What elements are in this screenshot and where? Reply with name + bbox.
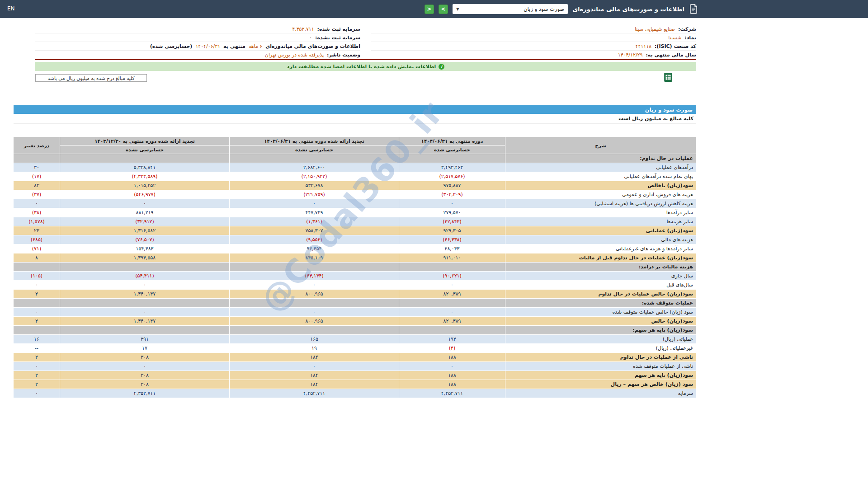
section-label: عملیات در حال تداوم: — [505, 154, 696, 163]
company-info-row: نماد:شسینا — [371, 33, 696, 42]
row-label: سایر درآمدها — [505, 208, 696, 217]
info-label: نماد: — [684, 35, 696, 41]
change-value: (۱,۵۷۸) — [14, 217, 60, 226]
section-label: هزینه مالیات بر درآمد: — [505, 263, 696, 272]
row-label: سایر هزینه‌ها — [505, 217, 696, 226]
nav-arrow-right-button[interactable]: > — [439, 5, 448, 14]
language-toggle[interactable]: EN — [7, 5, 15, 12]
statement-type-dropdown[interactable]: صورت سود و زیان ▼ — [453, 4, 568, 14]
spacer — [14, 124, 696, 136]
period-value: ۱۸۴ — [230, 380, 399, 389]
change-value: ۰ — [14, 281, 60, 290]
period-value: ۴,۳۵۲,۷۱۱ — [60, 389, 230, 398]
change-value: (۳۸۵) — [14, 235, 60, 244]
period-value: ۸۲۰,۳۸۹ — [399, 317, 505, 326]
period-value: ۱,۳۴۰,۱۴۷ — [60, 317, 230, 326]
company-info-section: شرکت:صنایع شیمیایی سینانماد:شسیناکد صنعت… — [35, 25, 696, 60]
company-info-row: سرمایه ثبت شده:۴,۳۵۲,۷۱۱ — [35, 25, 360, 33]
period-value: ۸۰۰,۹۶۵ — [230, 290, 399, 299]
change-value: ۲ — [14, 290, 60, 299]
report-document-icon[interactable] — [689, 4, 698, 14]
section-row: سود(زیان) پایه هر سهم: — [14, 326, 696, 335]
period-value: ۷۵۸,۳۰۷ — [230, 226, 399, 235]
empty-cell — [399, 326, 505, 335]
period-value: ۲,۶۸۴,۶۰۰ — [230, 163, 399, 172]
info-label: کد صنعت (ISIC): — [655, 43, 696, 49]
change-value: ۰ — [14, 362, 60, 371]
period-value: ۸۰۰,۹۶۵ — [230, 317, 399, 326]
row-label: سود(زیان) ناخالص — [505, 181, 696, 190]
info-value: ۱۴۰۴/۱۲/۲۹ — [618, 52, 643, 58]
company-info-row: کد صنعت (ISIC):۴۴۱۱۱۸ — [371, 42, 696, 51]
period-value: ۱,۰۱۵,۲۵۲ — [60, 181, 230, 190]
period-value: (۲۲,۸۴۳) — [399, 217, 505, 226]
period-value: ۳۰۸ — [60, 380, 230, 389]
change-value: ۸۳ — [14, 181, 60, 190]
income-statement-table: شرح دوره منتهی به ۱۴۰۴/۰۶/۳۱ تجدید ارائه… — [13, 136, 696, 398]
info-value: ۴,۳۵۲,۷۱۱ — [292, 26, 314, 32]
header-period2: تجدید ارائه شده دوره منتهی به ۱۴۰۳/۰۶/۳۱ — [230, 137, 399, 145]
info-value: ۴۴۱۱۱۸ — [636, 43, 651, 49]
change-value: ۰ — [14, 199, 60, 208]
section-row: عملیات در حال تداوم: — [14, 154, 696, 163]
period-value: ۸۸۱,۲۱۹ — [60, 208, 230, 217]
table-row: درآمدهای عملیاتی۳,۴۹۳,۴۶۳۲,۶۸۴,۶۰۰۵,۳۳۸,… — [14, 163, 696, 172]
company-info-right-column: شرکت:صنایع شیمیایی سینانماد:شسیناکد صنعت… — [371, 25, 696, 59]
period-value: ۱۸۴ — [230, 353, 399, 362]
empty-cell — [14, 154, 60, 163]
table-row: سود(زیان) عملیاتی۹۲۹,۳۰۵۷۵۸,۳۰۷۱,۳۱۶,۵۸۲… — [14, 226, 696, 235]
period-value: (۵۴,۴۱۱) — [60, 272, 230, 281]
header-period1: دوره منتهی به ۱۴۰۴/۰۶/۳۱ — [399, 137, 505, 145]
info-label: منتهی به — [223, 43, 245, 49]
period-value: ۳,۴۹۳,۴۶۳ — [399, 163, 505, 172]
info-label: اطلاعات و صورت‌های مالی میاندوره‌ای — [265, 43, 360, 49]
change-value: ۸ — [14, 253, 60, 263]
period-value: (۴۶,۳۳۸) — [399, 235, 505, 244]
table-row: هزینه های مالی(۴۶,۳۳۸)(۹,۵۵۲)(۷۶,۵۰۷)(۳۸… — [14, 235, 696, 244]
nav-arrow-left-button[interactable]: < — [425, 5, 434, 14]
period-value: (۴,۳۲۳,۵۸۹) — [60, 172, 230, 181]
unit-note-box: کلیه مبالغ درج شده به میلیون ریال می باش… — [35, 74, 147, 82]
period-value: ۱۸۸ — [399, 353, 505, 362]
table-row: سایر درآمدها۲۷۹,۵۷۰۴۴۷,۷۴۹۸۸۱,۲۱۹(۳۸) — [14, 208, 696, 217]
company-info-row: سرمایه ثبت نشده:۰ — [35, 33, 360, 42]
table-row: سود(زیان) عملیات در حال تداوم قبل از مال… — [14, 253, 696, 263]
table-row: هزینه های فروش، اداری و عمومی(۳۰۳,۳۰۹)(۲… — [14, 190, 696, 199]
table-body: عملیات در حال تداوم:درآمدهای عملیاتی۳,۴۹… — [14, 154, 696, 398]
excel-export-icon[interactable] — [664, 72, 673, 82]
row-label: ناشی از عملیات در حال تداوم — [505, 353, 696, 362]
period-value: ۵,۳۳۸,۸۴۱ — [60, 163, 230, 172]
section-label: عملیات متوقف شده: — [505, 299, 696, 308]
table-header: شرح دوره منتهی به ۱۴۰۴/۰۶/۳۱ تجدید ارائه… — [14, 137, 696, 154]
row-label: هزینه های فروش، اداری و عمومی — [505, 190, 696, 199]
period-value: (۳۲,۹۱۲) — [60, 217, 230, 226]
period-value: ۹۱۱,۰۱۰ — [399, 253, 505, 263]
notice-text: اطلاعات نمایش داده شده با اطلاعات امضا ش… — [287, 64, 436, 70]
period-value: ۰ — [230, 362, 399, 371]
change-value: ۳۰ — [14, 163, 60, 172]
header-row-periods: شرح دوره منتهی به ۱۴۰۴/۰۶/۳۱ تجدید ارائه… — [14, 137, 696, 145]
info-value: صنایع شیمیایی سینا — [635, 26, 675, 32]
change-value: (۷۱) — [14, 244, 60, 253]
info-label: سرمایه ثبت شده: — [317, 26, 360, 32]
section-row: هزینه مالیات بر درآمد: — [14, 263, 696, 272]
table-row: سود(زیان) خالص۸۲۰,۳۸۹۸۰۰,۹۶۵۱,۳۴۰,۱۴۷۲ — [14, 317, 696, 326]
period-value: ۰ — [60, 308, 230, 317]
change-value: (۳۸) — [14, 208, 60, 217]
table-row: سال‌های قبل۰۰۰۰ — [14, 281, 696, 290]
change-value: ۰ — [14, 389, 60, 398]
info-value: پذیرفته شده در بورس تهران — [265, 52, 324, 58]
period-value: ۵۳۳,۶۷۸ — [230, 181, 399, 190]
period-value: ۱,۳۴۰,۱۴۷ — [60, 290, 230, 299]
navbar-content: اطلاعات و صورت‌های مالی میاندوره‌ای صورت… — [425, 0, 698, 18]
period-value: (۳۰۳,۳۰۹) — [399, 190, 505, 199]
header-period1-audit: حسابرسی شده — [399, 145, 505, 154]
row-label: هزینه کاهش ارزش دریافتنی ها (هزینه استثن… — [505, 199, 696, 208]
period-value: ۱۸۴ — [230, 371, 399, 380]
period-value: ۱,۳۱۶,۵۸۲ — [60, 226, 230, 235]
top-navbar: اطلاعات و صورت‌های مالی میاندوره‌ای صورت… — [0, 0, 868, 18]
table-row: سود(زیان) خالص عملیات در حال تداوم۸۲۰,۳۸… — [14, 290, 696, 299]
row-label: سود(زیان) خالص عملیات در حال تداوم — [505, 290, 696, 299]
row-label: سود (زیان) خالص عملیات متوقف شده — [505, 308, 696, 317]
info-value: شسینا — [668, 35, 681, 41]
